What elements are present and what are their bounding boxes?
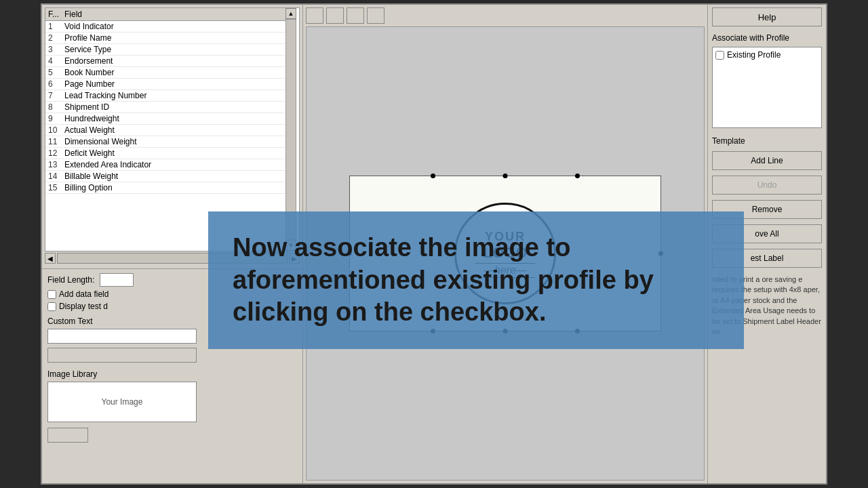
table-row[interactable]: 10Actual Weight xyxy=(45,125,287,136)
table-row[interactable]: 14Billable Weight xyxy=(45,171,287,182)
template-label: Template xyxy=(712,136,822,146)
table-row[interactable]: 1Void Indicator xyxy=(45,21,287,33)
field-row-name: Hundredweight xyxy=(62,113,287,125)
field-length-input[interactable] xyxy=(100,273,134,287)
field-row-name: Service Type xyxy=(62,44,287,56)
field-row-name: Book Number xyxy=(62,67,287,79)
existing-profile-checkbox[interactable] xyxy=(715,51,724,60)
field-row-num: 1 xyxy=(45,21,62,33)
field-row-num: 5 xyxy=(45,67,62,79)
add-line-btn[interactable]: Add Line xyxy=(712,151,822,170)
display-test-label: Display test d xyxy=(59,302,108,311)
field-row-num: 14 xyxy=(45,171,62,182)
field-row-name: Endorsement xyxy=(62,56,287,67)
toolbar-btn-3[interactable] xyxy=(347,7,364,24)
field-row-name: Lead Tracking Number xyxy=(62,90,287,102)
scroll-track xyxy=(285,19,296,240)
handle-tl xyxy=(431,174,435,178)
field-row-num: 8 xyxy=(45,102,62,113)
test-label-label: est Label xyxy=(751,253,784,263)
image-box-label: Your Image xyxy=(102,397,143,407)
table-row[interactable]: 6Page Number xyxy=(45,79,287,90)
field-length-label: Field Length: xyxy=(47,275,94,285)
field-row-name: Void Indicator xyxy=(62,21,287,33)
existing-profile-label: Existing Profile xyxy=(727,50,781,60)
remove-all-label: ove All xyxy=(755,229,778,239)
toolbar-btn-4[interactable] xyxy=(367,7,384,24)
existing-profile-row: Existing Profile xyxy=(715,50,818,60)
custom-text-btn[interactable] xyxy=(47,348,197,363)
associate-label: Associate with Profile xyxy=(712,33,822,43)
table-row[interactable]: 5Book Number xyxy=(45,67,287,79)
field-row-name: Dimensional Weight xyxy=(62,136,287,148)
table-row[interactable]: 7Lead Tracking Number xyxy=(45,90,287,102)
field-row-num: 13 xyxy=(45,159,62,171)
field-row-num: 11 xyxy=(45,136,62,148)
field-row-num: 12 xyxy=(45,148,62,159)
table-row[interactable]: 11Dimensional Weight xyxy=(45,136,287,148)
field-row-num: 15 xyxy=(45,182,62,194)
field-row-num: 9 xyxy=(45,113,62,125)
col-field-header: Field xyxy=(62,8,287,21)
field-row-num: 6 xyxy=(45,79,62,90)
field-row-num: 3 xyxy=(45,44,62,56)
handle-tr xyxy=(575,174,580,178)
overlay-tooltip: Now associate the image to aforementione… xyxy=(208,211,744,349)
overlay-tooltip-text: Now associate the image to aforementione… xyxy=(233,233,654,326)
col-f-header: F... xyxy=(45,8,62,21)
scroll-up-btn[interactable]: ▲ xyxy=(285,8,296,19)
existing-profile-box: Existing Profile xyxy=(712,47,822,128)
add-data-fields-checkbox[interactable] xyxy=(47,290,56,299)
image-box: Your Image xyxy=(47,382,197,422)
undo-btn[interactable]: Undo xyxy=(712,176,822,195)
center-panel: YOUR LOGO —here— Now associate the image… xyxy=(303,5,707,483)
handle-tc xyxy=(503,174,508,178)
display-test-checkbox[interactable] xyxy=(47,302,56,311)
table-row[interactable]: 12Deficit Weight xyxy=(45,148,287,159)
field-row-name: Billing Option xyxy=(62,182,287,194)
toolbar-btn-2[interactable] xyxy=(326,7,344,24)
field-row-name: Profile Name xyxy=(62,33,287,44)
field-row-name: Actual Weight xyxy=(62,125,287,136)
field-row-num: 4 xyxy=(45,56,62,67)
field-row-name: Extended Area Indicator xyxy=(62,159,287,171)
browse-btn[interactable] xyxy=(47,428,88,443)
field-row-name: Shipment ID xyxy=(62,102,287,113)
field-row-name: Deficit Weight xyxy=(62,148,287,159)
table-row[interactable]: 9Hundredweight xyxy=(45,113,287,125)
field-table: F... Field 1Void Indicator2Profile Name3… xyxy=(45,8,287,194)
image-library-label: Image Library xyxy=(47,369,297,379)
custom-text-input[interactable] xyxy=(47,329,197,344)
toolbar-btn-1[interactable] xyxy=(306,7,323,24)
table-row[interactable]: 4Endorsement xyxy=(45,56,287,67)
scroll-left-btn[interactable]: ◀ xyxy=(45,253,56,264)
table-row[interactable]: 15Billing Option xyxy=(45,182,287,194)
field-row-name: Page Number xyxy=(62,79,287,90)
table-row[interactable]: 13Extended Area Indicator xyxy=(45,159,287,171)
field-row-num: 2 xyxy=(45,33,62,44)
field-row-name: Billable Weight xyxy=(62,171,287,182)
help-button[interactable]: Help xyxy=(712,7,822,26)
app-container: F... Field 1Void Indicator2Profile Name3… xyxy=(41,3,827,485)
field-row-num: 10 xyxy=(45,125,62,136)
table-row[interactable]: 8Shipment ID xyxy=(45,102,287,113)
toolbar xyxy=(306,7,705,24)
table-row[interactable]: 2Profile Name xyxy=(45,33,287,44)
field-row-num: 7 xyxy=(45,90,62,102)
add-data-fields-label: Add data field xyxy=(59,289,108,299)
table-row[interactable]: 3Service Type xyxy=(45,44,287,56)
